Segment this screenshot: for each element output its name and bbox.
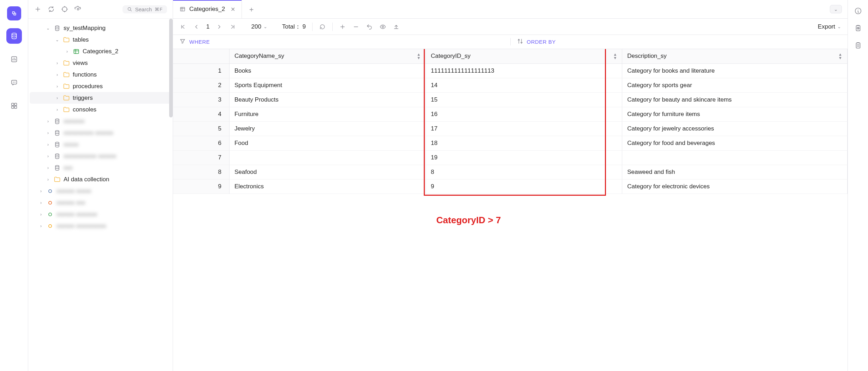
cell-category-id[interactable]: 19 <box>426 150 622 165</box>
cell-category-name[interactable]: Furniture <box>229 107 426 121</box>
tree-scrollbar[interactable] <box>169 19 173 117</box>
row-number[interactable]: 4 <box>173 107 229 121</box>
last-page-icon[interactable] <box>229 23 236 30</box>
table-row[interactable]: 5Jewelry17Category for jewelry accessori… <box>173 121 848 136</box>
clipboard-list-icon[interactable] <box>854 42 862 51</box>
sort-icon[interactable]: ▲▼ <box>613 53 617 60</box>
preview-pending-icon[interactable] <box>379 23 386 30</box>
undo-icon[interactable] <box>366 23 373 30</box>
tree-folder-views[interactable]: views <box>30 57 173 69</box>
row-number[interactable]: 3 <box>173 92 229 107</box>
table-row[interactable]: 8Seafood8Seaweed and fish <box>173 165 848 179</box>
table-row[interactable]: 1Books1111111111111111113Category for bo… <box>173 63 848 78</box>
cell-description[interactable]: Category for beauty and skincare items <box>622 92 848 107</box>
tab-add-button[interactable]: ＋ <box>242 0 261 18</box>
first-page-icon[interactable] <box>179 23 186 30</box>
tree-ai-folder[interactable]: AI data collection <box>30 174 173 185</box>
cell-category-id[interactable]: 14 <box>426 78 622 92</box>
tree-database-blurred[interactable]: xxxxxxxxxx xxxxxx <box>30 127 173 139</box>
cell-category-name[interactable]: Food <box>229 136 426 150</box>
cell-category-name[interactable]: Electronics <box>229 179 426 194</box>
table-row[interactable]: 3Beauty Products15Category for beauty an… <box>173 92 848 107</box>
column-header-category-name[interactable]: CategoryName_sy ▲▼ <box>229 49 426 63</box>
table-row[interactable]: 9Electronics9Category for electronic dev… <box>173 179 848 194</box>
tree-database[interactable]: sy_testMapping <box>30 22 173 34</box>
delete-row-icon[interactable] <box>352 23 359 30</box>
cell-category-id[interactable]: 1111111111111111113 <box>426 63 622 78</box>
cell-category-name[interactable]: Seafood <box>229 165 426 179</box>
prev-page-icon[interactable] <box>193 23 200 30</box>
rail-chart-icon[interactable] <box>6 51 22 67</box>
cell-description[interactable]: Category for sports gear <box>622 78 848 92</box>
tree-database-blurred[interactable]: xxxxxxxxxxx xxxxxx <box>30 150 173 162</box>
reload-icon[interactable] <box>319 23 326 30</box>
sort-icon[interactable]: ▲▼ <box>417 53 421 60</box>
table-row[interactable]: 4Furniture16Category for furniture items <box>173 107 848 121</box>
rail-database-icon[interactable] <box>6 28 22 44</box>
row-number[interactable]: 7 <box>173 150 229 165</box>
tabs-collapse-button[interactable]: ⌄ <box>830 5 842 13</box>
tree-folder-consoles[interactable]: consoles <box>30 104 173 115</box>
new-connection-icon[interactable] <box>34 5 42 13</box>
tree-connection-blurred[interactable]: xxxxxx xxxxxxxxxx <box>30 220 173 232</box>
explorer-search[interactable]: Search ⌘F <box>123 5 167 13</box>
info-icon[interactable] <box>854 7 862 17</box>
commit-icon[interactable] <box>393 23 400 30</box>
app-logo[interactable] <box>7 6 21 20</box>
column-header-description[interactable]: Description_sy ▲▼ <box>622 49 848 63</box>
tree-folder-triggers[interactable]: triggers <box>30 92 173 104</box>
tab-categories2[interactable]: Categories_2 ✕ <box>173 0 242 18</box>
cell-description[interactable]: Category for furniture items <box>622 107 848 121</box>
row-number[interactable]: 9 <box>173 179 229 194</box>
tree-database-blurred[interactable]: xxxxx <box>30 139 173 150</box>
row-number[interactable]: 2 <box>173 78 229 92</box>
row-number[interactable]: 1 <box>173 63 229 78</box>
rail-apps-icon[interactable] <box>6 98 22 114</box>
tree-database-blurred[interactable]: xxxxxxx <box>30 115 173 127</box>
where-filter[interactable]: WHERE <box>173 38 510 45</box>
table-row[interactable]: 719 <box>173 150 848 165</box>
sort-icon[interactable]: ▲▼ <box>838 53 842 60</box>
rail-chat-icon[interactable] <box>6 75 22 90</box>
next-page-icon[interactable] <box>216 23 223 30</box>
tree-connection-blurred[interactable]: xxxxxx xxx <box>30 197 173 208</box>
cell-category-name[interactable]: Sports Equipment <box>229 78 426 92</box>
cell-description[interactable]: Seaweed and fish <box>622 165 848 179</box>
settings-icon[interactable] <box>74 5 82 13</box>
cell-category-id[interactable]: 8 <box>426 165 622 179</box>
cell-category-id[interactable]: 9 <box>426 179 622 194</box>
cell-description[interactable]: Category for food and beverages <box>622 136 848 150</box>
table-row[interactable]: 6Food18Category for food and beverages <box>173 136 848 150</box>
tree-database-blurred[interactable]: xxx <box>30 162 173 174</box>
cell-category-name[interactable]: Books <box>229 63 426 78</box>
cell-category-id[interactable]: 18 <box>426 136 622 150</box>
orderby-filter[interactable]: ORDER BY <box>510 38 848 45</box>
row-number[interactable]: 8 <box>173 165 229 179</box>
tab-close-icon[interactable]: ✕ <box>231 6 235 13</box>
tree-folder-procedures[interactable]: procedures <box>30 80 173 92</box>
tree-folder-functions[interactable]: functions <box>30 69 173 80</box>
cell-description[interactable]: Category for books and literature <box>622 63 848 78</box>
tree-table-categories2[interactable]: Categories_2 <box>30 45 173 57</box>
row-number[interactable]: 5 <box>173 121 229 136</box>
table-row[interactable]: 2Sports Equipment14Category for sports g… <box>173 78 848 92</box>
cell-category-id[interactable]: 15 <box>426 92 622 107</box>
cell-category-id[interactable]: 16 <box>426 107 622 121</box>
clipboard-history-icon[interactable] <box>854 24 862 34</box>
cell-category-name[interactable]: Beauty Products <box>229 92 426 107</box>
cell-category-name[interactable]: Jewelry <box>229 121 426 136</box>
refresh-icon[interactable] <box>47 5 55 13</box>
export-button[interactable]: Export ⌄ <box>818 23 841 30</box>
tree-folder-tables[interactable]: tables <box>30 34 173 45</box>
page-size-select[interactable]: 200 ⌄ <box>251 23 267 30</box>
cell-description[interactable]: Category for jewelry accessories <box>622 121 848 136</box>
tree-connection-blurred[interactable]: xxxxxx xxxxxxx <box>30 208 173 220</box>
add-row-icon[interactable] <box>339 23 346 30</box>
column-header-category-id[interactable]: CategoryID_sy ▲▼ <box>426 49 622 63</box>
tree-connection-blurred[interactable]: xxxxxx xxxxx <box>30 185 173 197</box>
cell-category-id[interactable]: 17 <box>426 121 622 136</box>
data-grid[interactable]: CategoryName_sy ▲▼ CategoryID_sy ▲▼ Desc… <box>173 49 848 371</box>
row-number[interactable]: 6 <box>173 136 229 150</box>
column-header-rownum[interactable] <box>173 49 229 63</box>
cell-description[interactable] <box>622 150 848 165</box>
